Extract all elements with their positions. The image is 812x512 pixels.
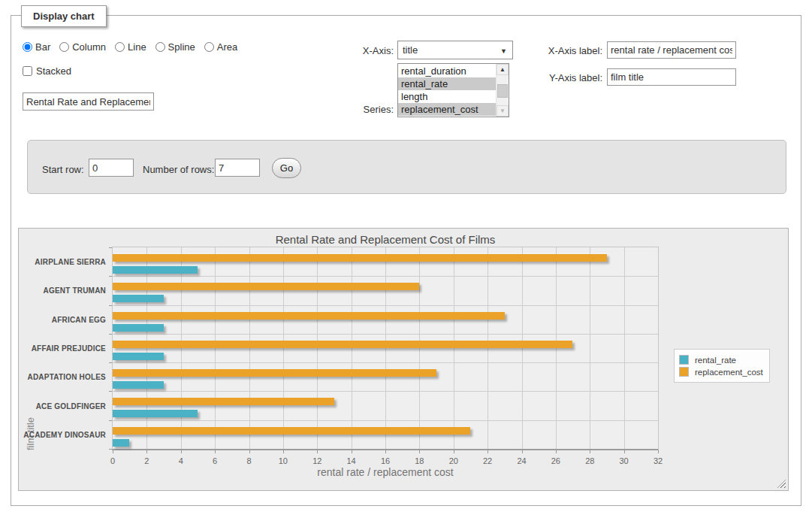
stacked-checkbox-row[interactable]: Stacked [23, 65, 71, 77]
area-radio[interactable] [204, 42, 214, 52]
x-tick [454, 450, 454, 453]
chart-type-option-spline[interactable]: Spline [155, 41, 195, 53]
x-tick [385, 450, 386, 453]
page: Display chart BarColumnLineSplineArea St… [0, 0, 812, 512]
y-tick [109, 391, 112, 392]
x-tick [658, 450, 659, 453]
chart-type-group: BarColumnLineSplineArea [23, 41, 237, 53]
x-tick-label: 6 [213, 456, 217, 465]
go-button[interactable]: Go [272, 158, 301, 178]
bar-rental_rate [113, 353, 164, 360]
chart-type-option-line[interactable]: Line [115, 41, 146, 53]
legend-label: replacement_cost [695, 368, 763, 377]
category-label: ACADEMY DINOSAUR [23, 430, 106, 438]
y-tick [109, 449, 112, 450]
bar-replacement_cost [113, 283, 419, 290]
bar-replacement_cost [113, 312, 505, 320]
x-axis-label-label: X-Axis label: [536, 45, 602, 56]
category-row: ADAPTATION HOLES [113, 362, 658, 391]
series-option[interactable]: rental_rate [398, 77, 496, 90]
chart-type-option-bar[interactable]: Bar [23, 41, 50, 53]
stacked-label: Stacked [36, 65, 71, 77]
category-label: AGENT TRUMAN [43, 286, 106, 295]
x-tick-label: 8 [246, 456, 251, 465]
x-tick [419, 450, 420, 453]
legend-swatch [679, 355, 689, 365]
series-option[interactable]: rental_duration [398, 65, 496, 77]
x-tick-label: 26 [551, 456, 560, 465]
num-rows-input[interactable] [215, 159, 260, 177]
x-tick [352, 450, 352, 453]
y-tick [109, 362, 112, 363]
select-dropdown-arrow-icon: ▼ [500, 47, 507, 55]
bar-rental_rate [113, 266, 198, 274]
y-axis-label-input[interactable] [607, 68, 736, 86]
line-radio[interactable] [115, 42, 125, 52]
x-tick [215, 450, 216, 453]
bar-replacement_cost [113, 254, 607, 262]
chart-type-option-area[interactable]: Area [204, 41, 237, 53]
series-options: rental_durationrental_ratelengthreplacem… [398, 65, 496, 116]
category-row: AIRPLANE SIERRA [113, 247, 658, 276]
category-row: ACADEMY DINOSAUR [113, 420, 658, 449]
category-row: AGENT TRUMAN [113, 276, 658, 304]
series-list-label: Series: [346, 104, 394, 115]
x-tick-label: 32 [654, 456, 663, 465]
x-tick-label: 16 [381, 456, 390, 465]
x-tick [624, 450, 625, 453]
x-tick [556, 450, 557, 453]
category-label: AFRICAN EGG [52, 315, 106, 323]
column-radio[interactable] [59, 42, 69, 52]
scrollbar-thumb[interactable] [497, 84, 508, 98]
x-tick-label: 12 [312, 456, 321, 465]
resize-grip-icon[interactable] [777, 480, 786, 488]
legend-item: replacement_cost [679, 367, 763, 377]
x-tick [590, 450, 590, 453]
x-tick [249, 450, 250, 453]
chart-type-option-column[interactable]: Column [59, 41, 106, 53]
category-row: AFFAIR PREJUDICE [113, 334, 658, 362]
row-range-panel [27, 140, 786, 194]
bar-radio[interactable] [23, 42, 32, 52]
chart-x-axis-title: rental rate / replacement cost [112, 466, 659, 478]
category-label: AFFAIR PREJUDICE [32, 344, 106, 352]
bar-rental_rate [113, 324, 164, 332]
x-axis-select[interactable]: title ▼ [397, 41, 513, 59]
x-tick-label: 10 [279, 456, 288, 465]
category-row: ACE GOLDFINGER [113, 391, 658, 420]
x-tick [522, 450, 523, 453]
scrollbar-up-arrow-icon[interactable]: ▲ [497, 64, 509, 75]
stacked-checkbox[interactable] [23, 66, 32, 76]
bar-rental_rate [113, 410, 198, 417]
chart-title: Rental Rate and Replacement Cost of Film… [112, 233, 659, 246]
start-row-input[interactable] [89, 159, 134, 177]
y-tick [109, 247, 112, 248]
x-axis-label-input[interactable] [607, 41, 736, 59]
x-tick [113, 450, 113, 453]
radio-label: Area [217, 41, 237, 53]
x-tick [181, 450, 182, 453]
series-option[interactable]: length [398, 90, 496, 103]
scrollbar-down-arrow-icon[interactable]: ▼ [497, 105, 509, 117]
radio-label: Column [72, 41, 106, 53]
bar-rental_rate [113, 295, 164, 302]
legend-item: rental_rate [679, 355, 763, 365]
spline-radio[interactable] [155, 42, 165, 52]
plot-area: 02468101214161820222426283032AIRPLANE SI… [112, 247, 659, 450]
series-option[interactable]: replacement_cost [398, 103, 496, 116]
y-axis-label-label: Y-Axis label: [536, 72, 602, 83]
series-listbox[interactable]: rental_durationrental_ratelengthreplacem… [397, 63, 509, 117]
x-tick-label: 14 [347, 456, 356, 465]
x-tick-label: 28 [585, 456, 594, 465]
bar-replacement_cost [113, 398, 334, 405]
series-scrollbar[interactable]: ▲ ▼ [496, 64, 509, 117]
y-tick [109, 276, 112, 277]
bar-rental_rate [113, 439, 129, 447]
bar-replacement_cost [113, 341, 572, 348]
bar-rental_rate [113, 381, 164, 389]
chart-title-input[interactable] [23, 92, 154, 111]
legend-swatch [679, 367, 689, 377]
category-label: ADAPTATION HOLES [28, 373, 107, 381]
x-tick-label: 24 [517, 456, 526, 465]
chart-legend: rental_ratereplacement_cost [674, 349, 770, 383]
